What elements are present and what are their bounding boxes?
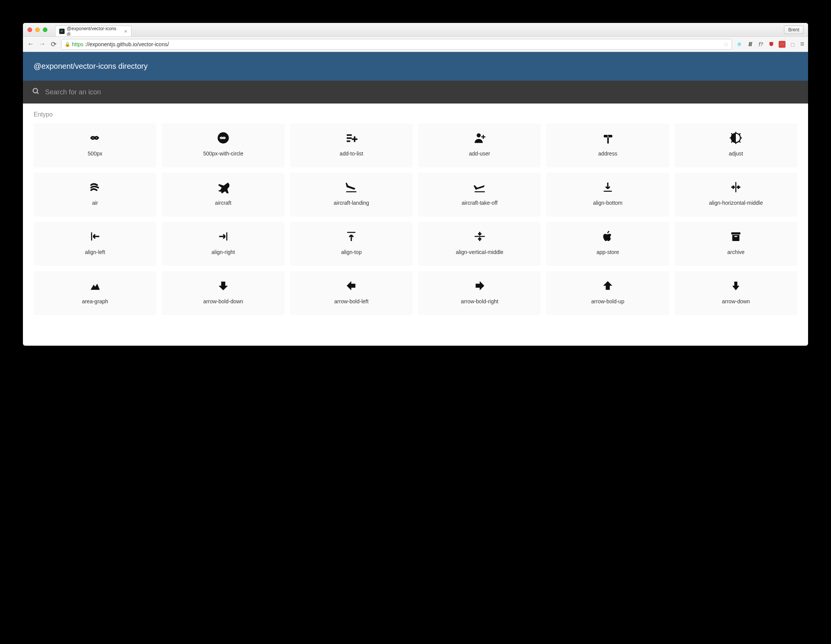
- icon-label: air: [92, 199, 98, 206]
- bookmark-star-icon[interactable]: ☆: [723, 40, 729, 48]
- icon-label: arrow-bold-up: [591, 298, 624, 305]
- icon-label: archive: [727, 249, 745, 256]
- browser-menu-button[interactable]: ≡: [800, 40, 804, 48]
- archive-icon: [729, 230, 743, 243]
- icon-label: add-to-list: [340, 150, 363, 157]
- window-maximize-button[interactable]: [43, 28, 47, 32]
- svg-rect-11: [607, 138, 609, 144]
- icon-card-arrow-down[interactable]: arrow-down: [675, 271, 797, 315]
- tab-close-button[interactable]: ×: [124, 28, 127, 34]
- icon-card-address[interactable]: address: [546, 123, 669, 167]
- svg-rect-25: [91, 232, 92, 240]
- icon-label: address: [598, 150, 617, 157]
- icon-card-air[interactable]: air: [34, 173, 156, 217]
- arrow-bold-up-icon: [601, 279, 615, 293]
- icon-label: arrow-bold-left: [334, 298, 368, 305]
- ublock-shield-icon[interactable]: ⛊: [768, 41, 775, 48]
- icon-card-adjust[interactable]: adjust: [675, 123, 797, 167]
- search-icon: [32, 87, 40, 97]
- browser-window: ⚛ @exponent/vector-icons di × Brent ← → …: [23, 23, 808, 346]
- icon-card-add-user[interactable]: add-user: [418, 123, 541, 167]
- traffic-lights: [28, 28, 47, 32]
- icon-label: 500px-with-circle: [203, 150, 243, 157]
- icon-card-aircraft-take-off[interactable]: aircraft-take-off: [418, 173, 541, 217]
- icon-card-add-to-list[interactable]: add-to-list: [290, 123, 413, 167]
- icon-label: 500px: [88, 150, 102, 157]
- icon-card-arrow-bold-left[interactable]: arrow-bold-left: [290, 271, 413, 315]
- address-icon: [601, 131, 615, 145]
- icon-label: arrow-down: [722, 298, 750, 305]
- forward-button[interactable]: →: [38, 40, 46, 48]
- extension-fquestion-icon[interactable]: f?: [757, 41, 764, 48]
- svg-rect-10: [481, 136, 485, 138]
- icon-label: arrow-bold-down: [203, 298, 243, 305]
- svg-point-0: [33, 89, 38, 93]
- url-scheme: https: [72, 41, 83, 47]
- align-right-icon: [216, 230, 230, 243]
- add-to-list-icon: [344, 131, 358, 145]
- add-user-icon: [473, 131, 487, 145]
- window-minimize-button[interactable]: [35, 28, 40, 32]
- 500px-icon: [88, 131, 102, 145]
- extension-gray-icon[interactable]: ◻: [789, 41, 796, 48]
- reload-button[interactable]: ⟳: [50, 40, 57, 49]
- icon-card-arrow-bold-right[interactable]: arrow-bold-right: [418, 271, 541, 315]
- icon-card-aircraft-landing[interactable]: aircraft-landing: [290, 173, 413, 217]
- icon-card-align-top[interactable]: align-top: [290, 222, 413, 266]
- icon-card-align-left[interactable]: align-left: [34, 222, 156, 266]
- search-input[interactable]: [45, 88, 799, 96]
- icon-label: add-user: [469, 150, 490, 157]
- icon-label: aircraft-landing: [334, 199, 369, 206]
- svg-rect-7: [352, 138, 358, 140]
- svg-rect-4: [347, 138, 352, 139]
- icon-card-arrow-bold-up[interactable]: arrow-bold-up: [546, 271, 669, 315]
- section-title: Entypo: [34, 111, 797, 118]
- 500px-with-circle-icon: [216, 131, 230, 145]
- icon-card-align-bottom[interactable]: align-bottom: [546, 173, 669, 217]
- svg-rect-27: [347, 232, 355, 233]
- titlebar: ⚛ @exponent/vector-icons di × Brent: [23, 23, 808, 37]
- aircraft-icon: [216, 180, 230, 194]
- address-bar[interactable]: 🔒 https://exponentjs.github.io/vector-ic…: [61, 39, 732, 50]
- icon-label: aircraft: [215, 199, 232, 206]
- icon-label: align-top: [341, 249, 362, 256]
- svg-line-19: [731, 133, 733, 135]
- icon-label: align-horizontal-middle: [709, 199, 763, 206]
- icon-card-align-vertical-middle[interactable]: align-vertical-middle: [418, 222, 541, 266]
- align-top-icon: [344, 230, 358, 243]
- svg-rect-5: [347, 141, 350, 142]
- svg-line-21: [731, 141, 733, 142]
- icon-card-align-horizontal-middle[interactable]: align-horizontal-middle: [675, 173, 797, 217]
- window-close-button[interactable]: [28, 28, 32, 32]
- svg-rect-30: [734, 236, 737, 237]
- icon-card-arrow-bold-down[interactable]: arrow-bold-down: [162, 271, 284, 315]
- react-favicon-icon: ⚛: [59, 29, 65, 34]
- browser-toolbar: ← → ⟳ 🔒 https://exponentjs.github.io/vec…: [23, 37, 808, 52]
- browser-tab[interactable]: ⚛ @exponent/vector-icons di ×: [55, 26, 131, 36]
- extension-dots-icon[interactable]: ⋯: [779, 41, 786, 48]
- icon-card-500px-with-circle[interactable]: 500px-with-circle: [162, 123, 284, 167]
- svg-rect-26: [226, 232, 227, 240]
- icon-label: align-right: [211, 249, 235, 256]
- extension-slashes-icon[interactable]: ///: [747, 41, 753, 48]
- profile-button[interactable]: Brent: [784, 26, 803, 34]
- icon-card-app-store[interactable]: app-store: [546, 222, 669, 266]
- icon-label: app-store: [596, 249, 619, 256]
- arrow-bold-down-icon: [216, 279, 230, 293]
- align-vertical-middle-icon: [473, 230, 487, 243]
- svg-line-20: [739, 141, 740, 142]
- icon-card-align-right[interactable]: align-right: [162, 222, 284, 266]
- react-devtools-icon[interactable]: ⚛: [736, 41, 743, 48]
- icon-card-500px[interactable]: 500px: [34, 123, 156, 167]
- svg-line-1: [37, 92, 39, 94]
- back-button[interactable]: ←: [27, 40, 34, 48]
- browser-tabs: ⚛ @exponent/vector-icons di ×: [55, 23, 131, 36]
- icon-card-area-graph[interactable]: area-graph: [34, 271, 156, 315]
- icon-card-archive[interactable]: archive: [675, 222, 797, 266]
- page-header: @exponent/vector-icons directory: [23, 52, 808, 81]
- svg-rect-28: [474, 236, 485, 237]
- icon-card-aircraft[interactable]: aircraft: [162, 173, 284, 217]
- align-horizontal-middle-icon: [729, 180, 743, 194]
- icon-label: adjust: [729, 150, 743, 157]
- tab-title: @exponent/vector-icons di: [67, 26, 120, 37]
